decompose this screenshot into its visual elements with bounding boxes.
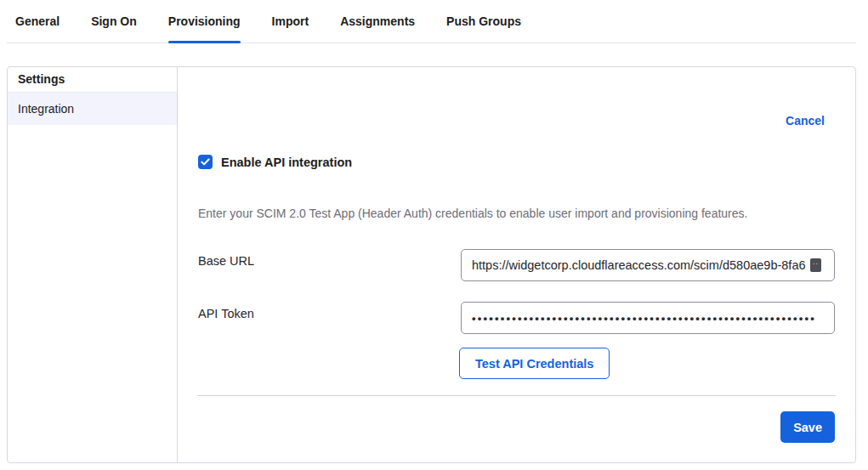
enable-api-checkbox[interactable] xyxy=(198,155,213,169)
sidebar-item-integration[interactable]: Integration xyxy=(8,93,177,125)
enable-api-label: Enable API integration xyxy=(221,156,352,169)
tab-general[interactable]: General xyxy=(15,0,60,42)
api-token-input[interactable] xyxy=(461,302,835,334)
check-icon xyxy=(201,157,210,167)
tab-provisioning[interactable]: Provisioning xyxy=(168,0,241,42)
base-url-label: Base URL xyxy=(198,254,254,268)
base-url-field-wrap: ·· xyxy=(461,249,835,281)
credentials-description: Enter your SCIM 2.0 Test App (Header Aut… xyxy=(198,207,793,220)
enable-api-row: Enable API integration xyxy=(198,155,352,169)
app-tab-bar: General Sign On Provisioning Import Assi… xyxy=(7,0,856,43)
tab-assignments[interactable]: Assignments xyxy=(340,0,415,42)
cancel-button[interactable]: Cancel xyxy=(786,114,825,127)
footer-divider xyxy=(197,395,836,396)
integration-form: Cancel Enable API integration Enter your… xyxy=(178,67,855,462)
sidebar-header: Settings xyxy=(8,67,177,93)
api-token-field-wrap xyxy=(461,302,835,334)
save-button[interactable]: Save xyxy=(780,411,835,443)
settings-sidebar: Settings Integration xyxy=(8,67,178,462)
tab-push-groups[interactable]: Push Groups xyxy=(446,0,521,42)
tab-import[interactable]: Import xyxy=(272,0,309,42)
tab-sign-on[interactable]: Sign On xyxy=(91,0,137,42)
provisioning-panel: Settings Integration Cancel Enable API i… xyxy=(7,66,856,463)
test-api-credentials-button[interactable]: Test API Credentials xyxy=(459,348,610,379)
base-url-input[interactable] xyxy=(461,249,835,281)
api-token-label: API Token xyxy=(198,307,254,320)
